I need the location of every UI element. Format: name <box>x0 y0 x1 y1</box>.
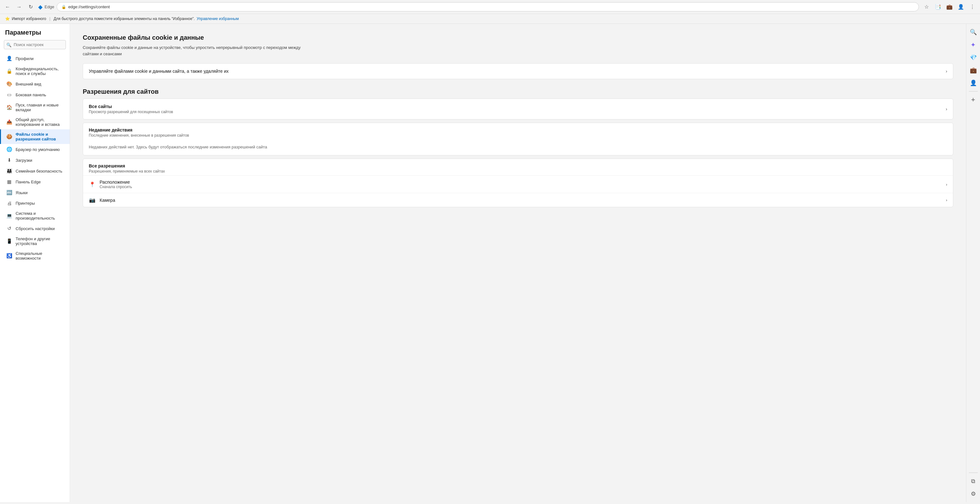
permissions-section-title: Разрешения для сайтов <box>83 88 953 95</box>
address-text: edge://settings/content <box>68 5 110 9</box>
sidebar-item-profiles[interactable]: 👤 Профили <box>0 53 70 64</box>
all-sites-chevron-icon: › <box>946 106 947 111</box>
forward-button[interactable]: → <box>14 2 24 12</box>
edge-logo: ◆ Edge <box>38 3 54 11</box>
favorites-star-button[interactable]: ☆ <box>921 2 932 12</box>
sidebar-label-sidebar: Боковая панель <box>16 92 46 97</box>
title-bar: ← → ↻ ◆ Edge 🔒 edge://settings/content ☆… <box>0 0 980 14</box>
sidebar-title: Параметры <box>0 29 70 40</box>
sidebar-item-edge-panel[interactable]: ▦ Панель Edge <box>0 176 70 187</box>
sidebar-item-printers[interactable]: 🖨 Принтеры <box>0 198 70 208</box>
sidebar-icon-privacy: 🔒 <box>6 68 13 74</box>
all-permissions-desc: Разрешения, применяемые на всех сайтах <box>89 169 947 173</box>
all-sites-link[interactable]: Все сайты Просмотр разрешений для посеще… <box>83 99 953 119</box>
add-sidebar-button[interactable]: + <box>967 94 979 106</box>
permissions-section: Разрешения для сайтов Все сайты Просмотр… <box>83 88 953 207</box>
permission-sublabel-location: Сначала спросить <box>100 185 132 189</box>
sidebar-item-sharing[interactable]: 📤 Общий доступ, копирование и вставка <box>0 115 70 129</box>
search-input[interactable] <box>4 40 66 49</box>
sidebar-label-default-browser: Браузер по умолчанию <box>16 147 60 152</box>
sidebar-search: 🔍 <box>4 40 66 49</box>
sidebar-item-phone[interactable]: 📱 Телефон и другие устройства <box>0 234 70 249</box>
cookies-section: Сохраненные файлы cookie и данные Сохран… <box>83 34 953 79</box>
all-permissions-header: Все разрешения Разрешения, применяемые н… <box>83 159 953 176</box>
sidebar-label-reset: Сбросить настройки <box>16 226 55 231</box>
sidebar-icon-family-safety: 👨‍👩‍👧 <box>6 168 13 174</box>
sidebar-label-newtab: Пуск, главная и новые вкладки <box>16 103 65 112</box>
sidebar-icon-accessibility: ♿ <box>6 253 13 259</box>
collections-button[interactable]: 💼 <box>944 2 955 12</box>
sidebar-item-newtab[interactable]: 🏠 Пуск, главная и новые вкладки <box>0 100 70 115</box>
content-area: Сохраненные файлы cookie и данные Сохран… <box>70 24 966 502</box>
more-button[interactable]: ⋮ <box>967 2 977 12</box>
sidebar-icon-newtab: 🏠 <box>6 105 13 110</box>
sidebar-divider <box>969 91 978 92</box>
sidebar-icon-downloads: ⬇ <box>6 157 13 163</box>
sidebar-icon-appearance: 🎨 <box>6 81 13 87</box>
all-permissions-title: Все разрешения <box>89 163 947 168</box>
recent-actions-desc: Последние изменения, внесенные в разреше… <box>89 133 947 138</box>
sidebar: Параметры 🔍 👤 Профили 🔒 Конфиденциальнос… <box>0 24 70 502</box>
permission-item-location[interactable]: 📍 Расположение Сначала спросить › <box>83 176 953 193</box>
nav-buttons: ← → ↻ <box>3 2 36 12</box>
search-sidebar-button[interactable]: 🔍 <box>967 26 979 38</box>
wallet-sidebar-button[interactable]: 💼 <box>967 65 979 76</box>
sidebar-label-downloads: Загрузки <box>16 158 32 163</box>
manage-cookies-card: Управляйте файлами cookie и данными сайт… <box>83 63 953 79</box>
divider: | <box>49 16 50 21</box>
sidebar-label-languages: Языки <box>16 190 28 195</box>
sidebar-item-family-safety[interactable]: 👨‍👩‍👧 Семейная безопасность <box>0 166 70 176</box>
sidebar-item-languages[interactable]: 🔤 Языки <box>0 187 70 198</box>
copilot-sidebar-button[interactable]: ✦ <box>967 39 979 51</box>
picture-in-picture-button[interactable]: ⧉ <box>967 475 979 487</box>
permission-left-camera: 📷 Камера <box>89 197 115 203</box>
sidebar-item-sidebar[interactable]: ▭ Боковая панель <box>0 89 70 100</box>
sidebar-item-cookies[interactable]: 🍪 Файлы cookie и разрешения сайтов <box>0 129 70 144</box>
sidebar-icon-sharing: 📤 <box>6 119 13 125</box>
sidebar-icon-system: 💻 <box>6 213 13 219</box>
right-sidebar: 🔍 ✦ 💎 💼 👤 + ⧉ ⚙ <box>966 24 980 502</box>
sidebar-item-downloads[interactable]: ⬇ Загрузки <box>0 155 70 166</box>
sidebar-label-accessibility: Специальные возможности <box>16 251 65 261</box>
manage-favorites-link[interactable]: Управление избранным <box>197 16 239 21</box>
sidebar-divider-2 <box>969 472 978 473</box>
info-bar: ⭐ Импорт избранного | Для быстрого досту… <box>0 14 980 24</box>
sidebar-item-system[interactable]: 💻 Система и производительность <box>0 208 70 223</box>
sidebar-label-phone: Телефон и другие устройства <box>16 236 65 246</box>
settings-sidebar-button[interactable]: ⚙ <box>967 488 979 499</box>
sidebar-label-system: Система и производительность <box>16 211 65 220</box>
sidebar-item-accessibility[interactable]: ♿ Специальные возможности <box>0 249 70 263</box>
collections-sidebar-button[interactable]: 💎 <box>967 52 979 63</box>
refresh-button[interactable]: ↻ <box>25 2 36 12</box>
reading-list-button[interactable]: 📑 <box>933 2 943 12</box>
info-message: Для быстрого доступа поместите избранные… <box>54 16 195 21</box>
sidebar-item-default-browser[interactable]: 🌐 Браузер по умолчанию <box>0 144 70 155</box>
sidebar-icon-default-browser: 🌐 <box>6 146 13 152</box>
recent-actions-header: Недавние действия Последние изменения, в… <box>83 123 953 139</box>
sidebar-item-reset[interactable]: ↺ Сбросить настройки <box>0 223 70 234</box>
sidebar-icon-sidebar: ▭ <box>6 92 13 98</box>
browser-title: Edge <box>45 5 54 9</box>
profile-button[interactable]: 👤 <box>956 2 966 12</box>
main-layout: Параметры 🔍 👤 Профили 🔒 Конфиденциальнос… <box>0 24 980 502</box>
permission-left-location: 📍 Расположение Сначала спросить <box>89 179 132 189</box>
cookies-section-desc: Сохраняйте файлы cookie и данные на устр… <box>83 44 305 57</box>
sidebar-item-privacy[interactable]: 🔒 Конфиденциальность, поиск и службы <box>0 64 70 79</box>
back-button[interactable]: ← <box>3 2 13 12</box>
profile-sidebar-button[interactable]: 👤 <box>967 77 979 89</box>
sidebar-label-privacy: Конфиденциальность, поиск и службы <box>16 67 65 76</box>
sidebar-item-appearance[interactable]: 🎨 Внешний вид <box>0 79 70 89</box>
sidebar-label-profiles: Профили <box>16 56 34 61</box>
permission-icon-camera: 📷 <box>89 197 96 203</box>
sidebar-icon-reset: ↺ <box>6 226 13 231</box>
recent-actions-empty: Недавних действий нет. Здесь будут отобр… <box>83 139 953 155</box>
sidebar-icon-languages: 🔤 <box>6 190 13 195</box>
sidebar-label-sharing: Общий доступ, копирование и вставка <box>16 117 65 127</box>
permission-item-camera[interactable]: 📷 Камера › <box>83 193 953 207</box>
sidebar-label-family-safety: Семейная безопасность <box>16 169 62 173</box>
manage-cookies-link[interactable]: Управляйте файлами cookie и данными сайт… <box>83 63 953 79</box>
address-bar[interactable]: 🔒 edge://settings/content <box>57 2 919 11</box>
sidebar-icon-cookies: 🍪 <box>6 134 13 139</box>
manage-cookies-label: Управляйте файлами cookie и данными сайт… <box>89 69 229 74</box>
sidebar-label-edge-panel: Панель Edge <box>16 179 41 184</box>
